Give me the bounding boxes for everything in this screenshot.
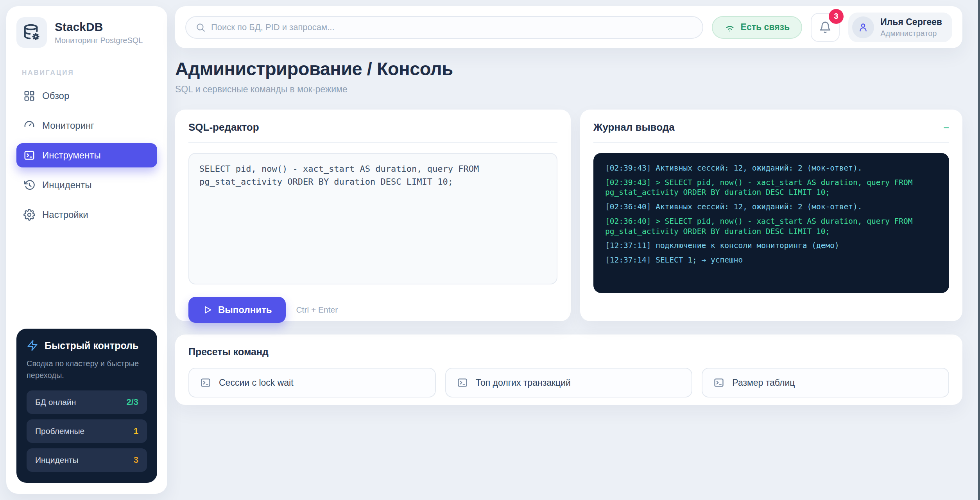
sidebar-item-overview[interactable]: Обзор xyxy=(16,84,157,108)
preset-lock-wait-button[interactable]: Сессии с lock wait xyxy=(188,368,436,397)
grid-icon xyxy=(23,90,35,102)
terminal-icon xyxy=(200,377,211,388)
play-icon xyxy=(202,305,213,315)
run-query-button[interactable]: Выполнить xyxy=(188,297,286,323)
log-line: [02:36:40] Активных сессий: 12, ожиданий… xyxy=(605,202,937,212)
sidebar-item-label: Обзор xyxy=(42,90,69,101)
preset-label: Сессии с lock wait xyxy=(219,378,294,388)
brand: StackDB Мониторинг PostgreSQL xyxy=(16,17,157,48)
page-subtitle: SQL и сервисные команды в мок-режиме xyxy=(175,84,962,95)
app-tagline: Мониторинг PostgreSQL xyxy=(55,36,143,45)
database-gear-icon xyxy=(23,23,41,41)
presets-card: Пресеты команд Сессии с lock wait xyxy=(175,335,962,405)
sidebar: StackDB Мониторинг PostgreSQL НАВИГАЦИЯ … xyxy=(6,6,167,494)
preset-table-size-button[interactable]: Размер таблиц xyxy=(702,368,949,397)
output-terminal[interactable]: [02:39:43] Активных сессий: 12, ожиданий… xyxy=(593,153,949,293)
app-logo xyxy=(16,17,47,48)
sidebar-item-label: Инструменты xyxy=(42,150,101,161)
nav-section-label: НАВИГАЦИЯ xyxy=(22,69,157,77)
log-line: [12:37:14] SELECT 1; → успешно xyxy=(605,255,937,265)
avatar xyxy=(852,16,874,38)
wifi-icon xyxy=(724,22,735,33)
gauge-icon xyxy=(23,120,35,131)
shortcut-hint: Ctrl + Enter xyxy=(296,305,338,315)
quick-row-incidents[interactable]: Инциденты 3 xyxy=(27,448,147,472)
run-query-label: Выполнить xyxy=(218,304,272,315)
live-indicator-dash: – xyxy=(944,121,949,133)
connection-status-chip[interactable]: Есть связь xyxy=(712,16,803,39)
sidebar-item-incidents[interactable]: Инциденты xyxy=(16,173,157,197)
user-name: Илья Сергеев xyxy=(880,17,942,27)
topbar: Есть связь 3 Илья Сергеев Администратор xyxy=(175,6,962,48)
log-line: [12:37:11] подключение к консоли монитор… xyxy=(605,241,937,251)
preset-long-tx-button[interactable]: Топ долгих транзакций xyxy=(445,368,693,397)
user-info: Илья Сергеев Администратор xyxy=(880,17,942,38)
sql-editor-card: SQL-редактор SELECT pid, now() - xact_st… xyxy=(175,110,571,321)
presets-title: Пресеты команд xyxy=(188,346,949,358)
log-line: [02:39:43] Активных сессий: 12, ожиданий… xyxy=(605,163,937,173)
quick-control-description: Сводка по кластеру и быстрые переходы. xyxy=(27,358,147,381)
user-role: Администратор xyxy=(880,29,942,38)
notification-badge: 3 xyxy=(829,9,844,24)
gear-icon xyxy=(23,209,35,221)
user-menu[interactable]: Илья Сергеев Администратор xyxy=(848,13,952,42)
sql-editor-title: SQL-редактор xyxy=(188,121,259,133)
brand-text: StackDB Мониторинг PostgreSQL xyxy=(55,20,143,45)
terminal-icon xyxy=(457,377,468,388)
page-title: Администрирование / Консоль xyxy=(175,58,962,79)
main-content: Администрирование / Консоль SQL и сервис… xyxy=(175,58,962,405)
terminal-icon xyxy=(23,149,35,161)
sql-query-input[interactable]: SELECT pid, now() - xact_start AS durati… xyxy=(188,153,557,284)
output-log-title: Журнал вывода xyxy=(593,121,675,133)
db-online-value: 2/3 xyxy=(126,397,138,407)
sidebar-item-label: Мониторинг xyxy=(42,120,94,131)
app-title: StackDB xyxy=(55,20,143,34)
lightning-icon xyxy=(27,340,38,351)
log-line: [02:39:43] > SELECT pid, now() - xact_st… xyxy=(605,178,937,198)
person-icon xyxy=(858,22,869,33)
quick-control-panel: Быстрый контроль Сводка по кластеру и бы… xyxy=(16,329,157,483)
sidebar-item-tools[interactable]: Инструменты xyxy=(16,143,157,167)
preset-label: Размер таблиц xyxy=(732,378,795,388)
history-icon xyxy=(23,179,35,191)
search-input[interactable] xyxy=(211,22,693,32)
search-icon xyxy=(195,22,206,32)
terminal-icon xyxy=(713,377,724,388)
problem-value: 1 xyxy=(134,426,138,436)
search-box[interactable] xyxy=(185,16,703,39)
notifications-button[interactable]: 3 xyxy=(811,13,840,42)
incidents-value: 3 xyxy=(134,455,138,465)
main-nav: Обзор Мониторинг Инструменты xyxy=(16,84,157,232)
quick-control-title: Быстрый контроль xyxy=(45,340,138,351)
sidebar-item-label: Инциденты xyxy=(42,180,92,191)
sidebar-item-label: Настройки xyxy=(42,209,88,220)
sidebar-item-monitoring[interactable]: Мониторинг xyxy=(16,113,157,138)
output-log-card: Журнал вывода – [02:39:43] Активных сесс… xyxy=(580,110,962,321)
quick-row-db-online[interactable]: БД онлайн 2/3 xyxy=(27,390,147,414)
window-edge-scrollbar[interactable] xyxy=(978,0,980,500)
connection-status-label: Есть связь xyxy=(741,22,790,32)
preset-label: Топ долгих транзакций xyxy=(476,378,571,388)
quick-row-problem[interactable]: Проблемные 1 xyxy=(27,419,147,443)
log-line: [02:36:40] > SELECT pid, now() - xact_st… xyxy=(605,216,937,236)
sidebar-item-settings[interactable]: Настройки xyxy=(16,203,157,227)
bell-icon xyxy=(819,21,831,34)
